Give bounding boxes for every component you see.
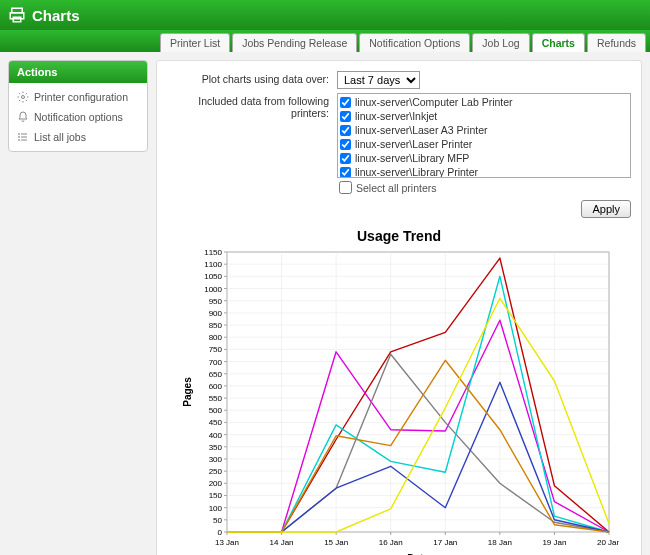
svg-text:18 Jan: 18 Jan <box>488 538 512 547</box>
bell-icon <box>17 111 29 123</box>
page-header: Charts <box>0 0 650 30</box>
svg-text:19 Jan: 19 Jan <box>542 538 566 547</box>
svg-text:Pages: Pages <box>182 377 193 407</box>
printer-row[interactable]: linux-server\Inkjet <box>339 109 629 123</box>
svg-text:850: 850 <box>209 321 223 330</box>
svg-text:150: 150 <box>209 491 223 500</box>
printer-label: linux-server\Computer Lab Printer <box>355 95 513 109</box>
svg-text:750: 750 <box>209 345 223 354</box>
svg-text:50: 50 <box>213 516 222 525</box>
svg-rect-10 <box>227 252 609 532</box>
content-panel: Plot charts using data over: Last 7 days… <box>156 60 642 555</box>
tab-refunds[interactable]: Refunds <box>587 33 646 52</box>
range-select[interactable]: Last 7 days <box>337 71 420 89</box>
svg-text:600: 600 <box>209 382 223 391</box>
svg-text:250: 250 <box>209 467 223 476</box>
tab-charts[interactable]: Charts <box>532 33 585 52</box>
printer-row[interactable]: linux-server\Computer Lab Printer <box>339 95 629 109</box>
svg-text:350: 350 <box>209 443 223 452</box>
select-all-checkbox[interactable] <box>339 181 352 194</box>
tab-printer-list[interactable]: Printer List <box>160 33 230 52</box>
action-printer-config[interactable]: Printer configuration <box>9 87 147 107</box>
svg-text:100: 100 <box>209 504 223 513</box>
chart-title: Usage Trend <box>167 228 631 244</box>
printers-label: Included data from following printers: <box>167 93 337 119</box>
svg-text:200: 200 <box>209 479 223 488</box>
list-icon <box>17 131 29 143</box>
printer-label: linux-server\Laser A3 Printer <box>355 123 487 137</box>
svg-text:13 Jan: 13 Jan <box>215 538 239 547</box>
action-notification-options[interactable]: Notification options <box>9 107 147 127</box>
svg-point-7 <box>19 134 20 135</box>
svg-text:1150: 1150 <box>204 248 222 257</box>
printer-list[interactable]: linux-server\Computer Lab Printer linux-… <box>337 93 631 178</box>
select-all-row[interactable]: Select all printers <box>337 178 631 194</box>
row-range: Plot charts using data over: Last 7 days <box>167 71 631 89</box>
printer-checkbox[interactable] <box>340 97 351 108</box>
printer-label: linux-server\Laser Printer <box>355 137 472 151</box>
range-label: Plot charts using data over: <box>167 71 337 85</box>
actions-list: Printer configuration Notification optio… <box>9 83 147 151</box>
printer-checkbox[interactable] <box>340 111 351 122</box>
svg-text:1000: 1000 <box>204 285 222 294</box>
tab-notification[interactable]: Notification Options <box>359 33 470 52</box>
sidebar: Actions Printer configuration Notificati… <box>8 60 148 555</box>
svg-text:1050: 1050 <box>204 272 222 281</box>
main-area: Actions Printer configuration Notificati… <box>0 52 650 555</box>
svg-text:15 Jan: 15 Jan <box>324 538 348 547</box>
tab-jobs-pending[interactable]: Jobs Pending Release <box>232 33 357 52</box>
printer-row[interactable]: linux-server\Library MFP <box>339 151 629 165</box>
printer-checkbox[interactable] <box>340 153 351 164</box>
action-label: Printer configuration <box>34 91 128 103</box>
tabs-bar: Printer List Jobs Pending Release Notifi… <box>0 30 650 52</box>
svg-text:550: 550 <box>209 394 223 403</box>
svg-text:16 Jan: 16 Jan <box>379 538 403 547</box>
svg-text:900: 900 <box>209 309 223 318</box>
printer-label: linux-server\Inkjet <box>355 109 437 123</box>
gear-icon <box>17 91 29 103</box>
chart-area: Usage Trend 0501001502002503003504004505… <box>167 228 631 555</box>
actions-panel: Actions Printer configuration Notificati… <box>8 60 148 152</box>
page-title: Charts <box>32 7 80 24</box>
action-label: List all jobs <box>34 131 86 143</box>
printer-row[interactable]: linux-server\Laser A3 Printer <box>339 123 629 137</box>
svg-text:14 Jan: 14 Jan <box>270 538 294 547</box>
tab-job-log[interactable]: Job Log <box>472 33 529 52</box>
action-list-all-jobs[interactable]: List all jobs <box>9 127 147 147</box>
select-all-label: Select all printers <box>356 182 437 194</box>
svg-text:650: 650 <box>209 370 223 379</box>
svg-text:800: 800 <box>209 333 223 342</box>
actions-header: Actions <box>9 61 147 83</box>
svg-point-8 <box>19 137 20 138</box>
usage-trend-chart: 0501001502002503003504004505005506006507… <box>179 246 619 555</box>
svg-text:500: 500 <box>209 406 223 415</box>
printer-checkbox[interactable] <box>340 139 351 150</box>
printer-row[interactable]: linux-server\Library Printer <box>339 165 629 178</box>
svg-text:1100: 1100 <box>204 260 222 269</box>
svg-text:20 Jan: 20 Jan <box>597 538 619 547</box>
printer-label: linux-server\Library Printer <box>355 165 478 178</box>
svg-text:400: 400 <box>209 431 223 440</box>
row-printers: Included data from following printers: l… <box>167 93 631 194</box>
svg-text:950: 950 <box>209 297 223 306</box>
svg-text:700: 700 <box>209 358 223 367</box>
svg-text:0: 0 <box>218 528 223 537</box>
svg-text:17 Jan: 17 Jan <box>433 538 457 547</box>
svg-text:300: 300 <box>209 455 223 464</box>
action-label: Notification options <box>34 111 123 123</box>
printer-checkbox[interactable] <box>340 125 351 136</box>
printer-row[interactable]: linux-server\Laser Printer <box>339 137 629 151</box>
apply-button[interactable]: Apply <box>581 200 631 218</box>
printer-icon <box>8 6 26 24</box>
printer-checkbox[interactable] <box>340 167 351 178</box>
svg-point-3 <box>22 96 25 99</box>
printer-label: linux-server\Library MFP <box>355 151 469 165</box>
svg-text:450: 450 <box>209 418 223 427</box>
svg-point-9 <box>19 140 20 141</box>
